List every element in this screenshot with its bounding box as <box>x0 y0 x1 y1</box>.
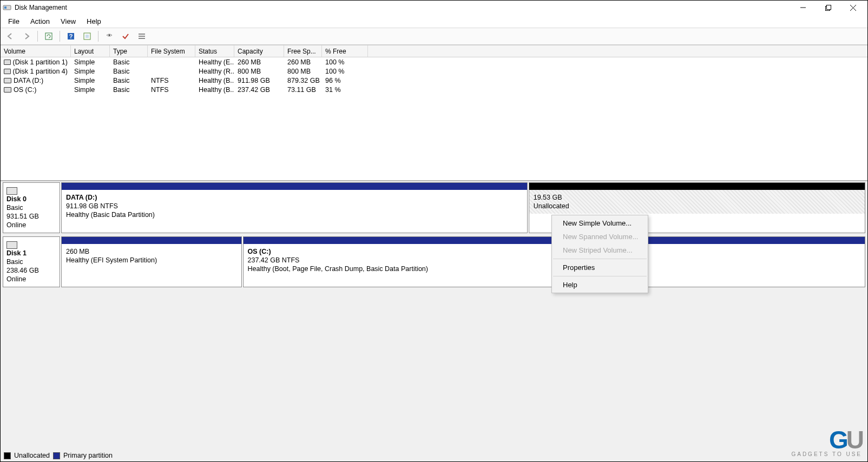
cell: 879.32 GB <box>284 76 322 85</box>
cell: OS (C:) <box>1 85 71 94</box>
cell: 73.11 GB <box>284 85 322 94</box>
svg-rect-13 <box>139 34 145 35</box>
cell: Simple <box>71 85 110 94</box>
settings-icon[interactable] <box>81 30 94 43</box>
svg-rect-1 <box>4 6 6 9</box>
list-icon[interactable] <box>135 30 148 43</box>
help-icon[interactable]: ? <box>64 30 77 43</box>
column-header[interactable]: Layout <box>71 45 110 57</box>
partition-bar <box>62 183 527 190</box>
refresh-icon[interactable] <box>42 30 55 43</box>
volume-row[interactable]: (Disk 1 partition 4)SimpleBasicHealthy (… <box>1 67 867 76</box>
cell: NTFS <box>148 85 195 94</box>
context-menu-item: New Spanned Volume... <box>552 230 648 243</box>
cell: 237.42 GB <box>234 85 284 94</box>
cell: Simple <box>71 67 110 76</box>
cell: 911.98 GB <box>234 76 284 85</box>
titlebar: Disk Management <box>1 1 867 15</box>
cell <box>148 57 195 67</box>
legend-swatch-unallocated <box>4 452 11 459</box>
cell: Basic <box>110 57 148 67</box>
app-icon <box>3 3 11 12</box>
volume-row[interactable]: DATA (D:)SimpleBasicNTFSHealthy (B...911… <box>1 76 867 85</box>
menu-file[interactable]: File <box>3 16 25 27</box>
context-menu-item[interactable]: Help <box>552 278 648 292</box>
cell: Simple <box>71 57 110 67</box>
cell: Healthy (R... <box>195 67 234 76</box>
disk-icon <box>6 241 17 249</box>
cell: 800 MB <box>284 67 322 76</box>
volume-list: VolumeLayoutTypeFile SystemStatusCapacit… <box>1 45 867 181</box>
disk-block: Disk 0Basic931.51 GBOnlineDATA (D:)911.9… <box>3 182 865 233</box>
column-header[interactable]: Status <box>195 45 234 57</box>
svg-point-12 <box>109 35 110 36</box>
cell: (Disk 1 partition 1) <box>1 57 71 67</box>
cell: Healthy (B... <box>195 85 234 94</box>
disk-graphical-view: Disk 0Basic931.51 GBOnlineDATA (D:)911.9… <box>1 181 867 461</box>
disk-icon <box>6 187 17 195</box>
context-menu-item[interactable]: New Simple Volume... <box>552 216 648 230</box>
cell: Simple <box>71 76 110 85</box>
column-header[interactable]: Free Sp... <box>284 45 322 57</box>
cell: DATA (D:) <box>1 76 71 85</box>
partition-text: 19.53 GBUnallocated <box>529 190 865 214</box>
cell: 100 % <box>322 57 368 67</box>
partition-bar <box>529 183 865 190</box>
column-header[interactable]: File System <box>148 45 195 57</box>
forward-button[interactable] <box>20 30 33 43</box>
cell: 260 MB <box>234 57 284 67</box>
svg-line-6 <box>850 5 856 11</box>
legend-swatch-primary <box>53 452 60 459</box>
disk-info[interactable]: Disk 1Basic238.46 GBOnline <box>3 236 60 287</box>
context-menu: New Simple Volume...New Spanned Volume..… <box>551 215 648 293</box>
partition-bar <box>62 237 241 244</box>
back-button[interactable] <box>4 30 17 43</box>
context-menu-item[interactable]: Properties <box>552 261 648 274</box>
cell: 96 % <box>322 76 368 85</box>
primary-partition[interactable]: DATA (D:)911.98 GB NTFSHealthy (Basic Da… <box>61 182 528 233</box>
cell: Basic <box>110 67 148 76</box>
svg-rect-15 <box>139 38 145 39</box>
cell: NTFS <box>148 76 195 85</box>
volume-row[interactable]: OS (C:)SimpleBasicNTFSHealthy (B...237.4… <box>1 85 867 94</box>
svg-rect-3 <box>825 6 830 10</box>
context-menu-item: New Striped Volume... <box>552 243 648 257</box>
cell: Basic <box>110 76 148 85</box>
check-icon[interactable] <box>119 30 132 43</box>
cell: Healthy (B... <box>195 76 234 85</box>
cell: 800 MB <box>234 67 284 76</box>
cell: (Disk 1 partition 4) <box>1 67 71 76</box>
disk-block: Disk 1Basic238.46 GBOnline260 MBHealthy … <box>3 236 865 287</box>
column-header[interactable]: % Free <box>322 45 368 57</box>
column-header[interactable]: Type <box>110 45 148 57</box>
menu-action[interactable]: Action <box>25 16 55 27</box>
column-header[interactable]: Capacity <box>234 45 284 57</box>
minimize-button[interactable] <box>791 1 816 15</box>
window-title: Disk Management <box>15 4 67 11</box>
legend: Unallocated Primary partition <box>4 452 113 459</box>
svg-rect-11 <box>86 35 89 38</box>
menu-view[interactable]: View <box>55 16 81 27</box>
disk-info[interactable]: Disk 0Basic931.51 GBOnline <box>3 182 60 233</box>
svg-text:?: ? <box>69 33 73 39</box>
partition-text: DATA (D:)911.98 GB NTFSHealthy (Basic Da… <box>62 190 527 222</box>
cell <box>148 67 195 76</box>
cell: 100 % <box>322 67 368 76</box>
menubar: File Action View Help <box>1 15 867 28</box>
cell: Healthy (E... <box>195 57 234 67</box>
close-button[interactable] <box>840 1 865 15</box>
cell: 260 MB <box>284 57 322 67</box>
partition-text: 260 MBHealthy (EFI System Partition) <box>62 244 241 268</box>
toolbar: ? <box>1 28 867 45</box>
svg-rect-4 <box>826 5 831 9</box>
action-icon[interactable] <box>103 30 116 43</box>
menu-help[interactable]: Help <box>81 16 107 27</box>
maximize-button[interactable] <box>816 1 840 15</box>
svg-rect-7 <box>45 33 52 39</box>
cell: Basic <box>110 85 148 94</box>
volume-row[interactable]: (Disk 1 partition 1)SimpleBasicHealthy (… <box>1 57 867 67</box>
column-header[interactable]: Volume <box>1 45 71 57</box>
legend-label-primary: Primary partition <box>63 452 113 459</box>
primary-partition[interactable]: 260 MBHealthy (EFI System Partition) <box>61 236 242 287</box>
svg-rect-14 <box>139 36 145 37</box>
